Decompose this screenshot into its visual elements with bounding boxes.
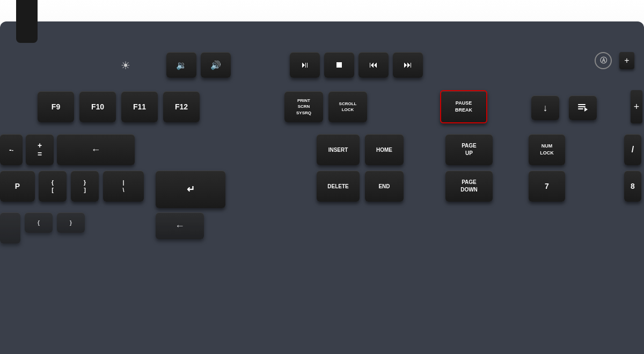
plus-right-key[interactable]: + — [619, 52, 634, 69]
svg-marker-3 — [584, 107, 588, 112]
num-lock-key[interactable]: NUMLOCK — [529, 134, 565, 165]
keyboard-body: ☀ 🔉 🔊 ⏯ ⏹ ⏮ ⏭ Ⓐ + F9 F10 F11 F12 PRINTSC… — [0, 21, 644, 354]
f11-key[interactable]: F11 — [121, 91, 158, 122]
insert-key[interactable]: INSERT — [317, 134, 360, 165]
page-down-key[interactable]: PAGEDOWN — [445, 171, 493, 202]
backslash-key[interactable]: |\ — [103, 171, 144, 202]
home-key[interactable]: HOME — [365, 134, 404, 165]
p-key[interactable]: P — [0, 171, 35, 202]
page-up-key[interactable]: PAGEUP — [445, 134, 493, 165]
media-stop-key[interactable]: ⏹ — [324, 52, 354, 78]
svg-rect-0 — [578, 104, 586, 105]
f9-key[interactable]: F9 — [38, 91, 74, 122]
end-key[interactable]: END — [365, 171, 404, 202]
numpad-8-key[interactable]: 8 — [624, 171, 641, 202]
media-play-pause-key[interactable]: ⏯ — [290, 52, 320, 78]
media-vol-up-key[interactable]: 🔊 — [201, 52, 231, 78]
left-partial-key-2: { — [25, 212, 53, 233]
arrow-down-icon-key[interactable]: ↓ — [531, 95, 559, 120]
f10-key[interactable]: F10 — [79, 91, 116, 122]
delete-key[interactable]: DELETE — [317, 171, 360, 202]
enter-bottom[interactable]: ← — [156, 212, 204, 239]
equals-key[interactable]: += — [26, 134, 54, 165]
media-prev-key[interactable]: ⏮ — [358, 52, 389, 78]
context-menu-key[interactable] — [569, 95, 597, 120]
scroll-lock-key[interactable]: SCROLLLOCK — [328, 91, 367, 122]
keyboard-container: ☀ 🔉 🔊 ⏯ ⏹ ⏮ ⏭ Ⓐ + F9 F10 F11 F12 PRINTSC… — [0, 0, 644, 354]
pause-break-key[interactable]: PAUSEBREAK — [440, 90, 487, 123]
left-partial-key-3: } — [57, 212, 85, 233]
enter-key[interactable]: ↵ — [156, 171, 225, 208]
backspace-key[interactable]: ← — [57, 134, 135, 165]
usb-cable — [16, 0, 38, 43]
right-bracket-key[interactable]: }] — [71, 171, 99, 202]
numpad-7-key[interactable]: 7 — [529, 171, 565, 202]
minus-key[interactable]: -- — [0, 134, 23, 165]
f12-key[interactable]: F12 — [163, 91, 200, 122]
numpad-slash-key[interactable]: / — [624, 134, 641, 165]
svg-rect-1 — [578, 106, 586, 107]
left-partial-key-1 — [0, 212, 20, 244]
media-keys-group-1: 🔉 🔊 — [166, 52, 231, 78]
media-keys-group-2: ⏯ ⏹ ⏮ ⏭ — [290, 52, 423, 78]
print-screen-key[interactable]: PRINTSCRNSYSRQ — [284, 91, 323, 122]
left-bracket-key[interactable]: {[ — [39, 171, 67, 202]
svg-rect-2 — [578, 108, 583, 109]
brightness-icon: ☀ — [121, 59, 130, 72]
media-next-key[interactable]: ⏭ — [393, 52, 423, 78]
numpad-plus-key[interactable]: + — [631, 90, 642, 123]
media-vol-down-key[interactable]: 🔉 — [166, 52, 196, 78]
caps-lock-indicator: Ⓐ — [595, 52, 612, 69]
